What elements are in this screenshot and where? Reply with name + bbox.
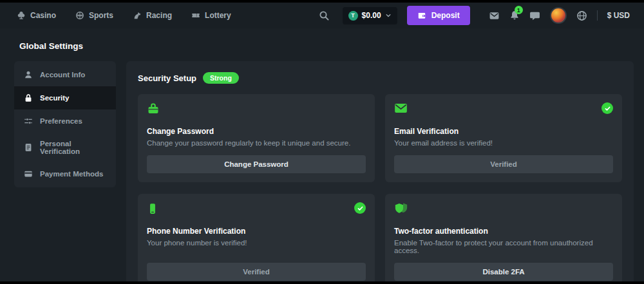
- card-top: [147, 202, 366, 216]
- panel-title: Security Setup: [138, 73, 196, 83]
- sliders-icon: [24, 117, 33, 126]
- change-password-button[interactable]: Change Password: [147, 155, 366, 173]
- nav-item-racing[interactable]: Racing: [133, 11, 172, 20]
- sidebar-item-label: Security: [40, 94, 69, 102]
- card-top: [394, 102, 613, 117]
- card-title: Change Password: [147, 127, 366, 136]
- casino-icon: [17, 11, 26, 20]
- sidebar-item-account-info[interactable]: Account Info: [14, 63, 116, 86]
- mail-icon[interactable]: [489, 10, 500, 21]
- card-description: Enable Two-factor to protect your accoun…: [394, 239, 613, 254]
- app-window: Casino Sports Racing: [0, 3, 644, 281]
- nav-item-lottery[interactable]: Lottery: [191, 11, 231, 20]
- security-panel: Security Setup Strong Change Password: [126, 61, 634, 281]
- sidebar-item-personal-verification[interactable]: Personal Verification: [14, 133, 116, 162]
- shield-icon: [394, 202, 408, 215]
- chat-icon[interactable]: [529, 10, 540, 21]
- nav-label: Casino: [30, 11, 56, 20]
- content-area: Global Settings Account Info Secur: [0, 28, 644, 281]
- card-top: [147, 102, 366, 117]
- globe-icon[interactable]: [576, 10, 587, 21]
- tether-coin-icon: T: [348, 11, 358, 21]
- document-icon: [24, 143, 33, 152]
- card-top: [394, 202, 613, 216]
- panel-header: Security Setup Strong: [138, 72, 622, 84]
- sidebar-item-label: Personal Verification: [40, 140, 106, 155]
- security-cards-grid: Change Password Change your password reg…: [138, 94, 622, 281]
- phone-verification-card: Phone Number Verification Your phone num…: [138, 194, 375, 281]
- settings-layout: Account Info Security Preferences: [14, 61, 634, 281]
- sidebar-item-label: Payment Methods: [40, 170, 103, 178]
- deposit-button[interactable]: Deposit: [407, 6, 470, 25]
- horse-racing-icon: [133, 11, 142, 20]
- two-factor-card: Two-factor authentication Enable Two-fac…: [385, 194, 622, 281]
- wallet-balance[interactable]: T $0.00: [343, 7, 397, 24]
- nav-label: Lottery: [205, 11, 231, 20]
- change-password-card: Change Password Change your password reg…: [138, 94, 375, 182]
- phone-icon: [147, 202, 158, 215]
- top-navbar: Casino Sports Racing: [0, 3, 644, 28]
- currency-selector[interactable]: $ USD: [607, 11, 630, 20]
- chevron-down-icon: [385, 12, 392, 19]
- password-strength-badge: Strong: [203, 72, 239, 84]
- primary-nav: Casino Sports Racing: [17, 11, 231, 20]
- card-description: Your phone number is verified!: [147, 239, 366, 247]
- sidebar-item-security[interactable]: Security: [14, 86, 116, 109]
- disable-2fa-button[interactable]: Disable 2FA: [394, 263, 613, 281]
- page-title: Global Settings: [19, 41, 634, 51]
- card-title: Email Verification: [394, 127, 613, 136]
- password-lock-icon: [147, 102, 160, 115]
- nav-item-casino[interactable]: Casino: [17, 11, 56, 20]
- credit-card-icon: [24, 169, 33, 178]
- email-verification-card: Email Verification Your email address is…: [385, 94, 622, 182]
- navbar-right: T $0.00 Deposit 1: [319, 6, 630, 25]
- sports-icon: [75, 11, 84, 20]
- card-title: Phone Number Verification: [147, 227, 366, 236]
- email-icon: [394, 102, 408, 114]
- nav-item-sports[interactable]: Sports: [75, 11, 113, 20]
- notification-badge: 1: [515, 6, 523, 14]
- phone-verified-button[interactable]: Verified: [147, 263, 366, 281]
- screen: Casino Sports Racing: [0, 0, 644, 284]
- lock-icon: [24, 93, 33, 102]
- bell-icon[interactable]: 1: [509, 10, 520, 21]
- email-verified-button[interactable]: Verified: [394, 155, 613, 173]
- verified-check-icon: [601, 102, 613, 114]
- settings-sidebar: Account Info Security Preferences: [14, 61, 116, 187]
- balance-amount: $0.00: [362, 11, 381, 20]
- sidebar-item-preferences[interactable]: Preferences: [14, 109, 116, 133]
- nav-label: Sports: [89, 11, 113, 20]
- deposit-label: Deposit: [431, 11, 460, 20]
- verified-check-icon: [354, 202, 366, 214]
- card-description: Your email address is verified!: [394, 139, 613, 147]
- lottery-ticket-icon: [191, 11, 200, 20]
- divider: [597, 10, 598, 21]
- nav-label: Racing: [146, 11, 172, 20]
- sidebar-item-label: Preferences: [40, 117, 82, 125]
- user-avatar[interactable]: [550, 7, 567, 24]
- sidebar-item-payment-methods[interactable]: Payment Methods: [14, 162, 116, 185]
- sidebar-item-label: Account Info: [40, 71, 85, 79]
- card-description: Change your password regularly to keep i…: [147, 139, 366, 147]
- user-icon: [24, 70, 33, 79]
- search-icon[interactable]: [319, 10, 329, 21]
- wallet-icon: [417, 11, 426, 20]
- card-title: Two-factor authentication: [394, 227, 613, 236]
